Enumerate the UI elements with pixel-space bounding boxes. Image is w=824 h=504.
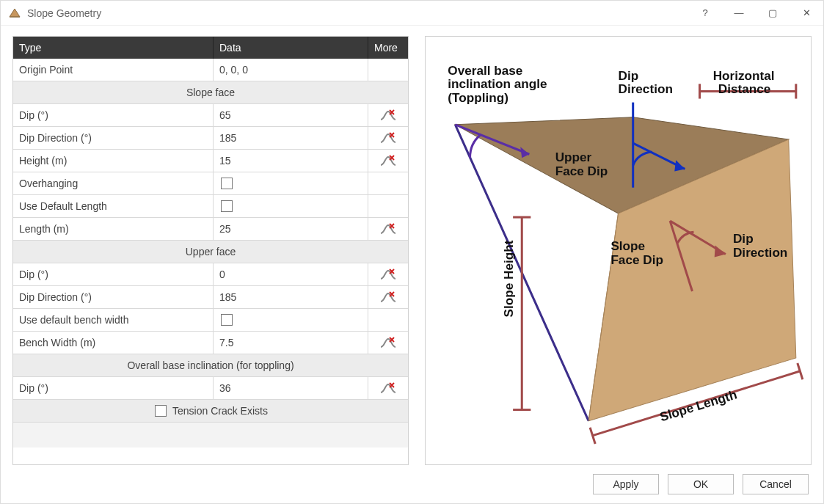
sf-dipdir-label: Dip Direction (°): [13, 127, 214, 149]
section-upper-face: Upper face: [13, 241, 408, 263]
col-data: Data: [214, 37, 368, 59]
grid-filler: [13, 423, 408, 448]
sf-height-label: Height (m): [13, 150, 214, 172]
dialog-window: Slope Geometry ? — ▢ ✕ Type Data More Or…: [0, 0, 824, 504]
uf-dip-label: Dip (°): [13, 263, 214, 285]
sf-dipdir-dist[interactable]: [368, 127, 408, 149]
bi-dip-value[interactable]: 36: [214, 377, 368, 399]
sf-length-value[interactable]: 25: [214, 218, 368, 240]
distribution-icon: [379, 154, 397, 167]
distribution-icon: [379, 336, 397, 349]
row-uf-usedefbw: Use default bench width: [13, 309, 408, 332]
origin-label: Origin Point: [13, 59, 214, 81]
sf-usedeflen-label: Use Default Length: [13, 195, 214, 217]
bi-dip-dist[interactable]: [368, 377, 408, 399]
label-slope-height: Slope Height: [501, 240, 516, 317]
label-hdist: Horizontal Distance: [713, 68, 779, 96]
row-sf-height: Height (m) 15: [13, 150, 408, 172]
sf-overhanging-label: Overhanging: [13, 172, 214, 194]
uf-benchwidth-label: Bench Width (m): [13, 332, 214, 354]
slope-diagram: Overall base inclination angle (Toppling…: [426, 37, 811, 464]
sf-overhanging-checkbox[interactable]: [221, 178, 233, 189]
origin-value[interactable]: 0, 0, 0: [214, 59, 368, 81]
help-button[interactable]: ?: [688, 1, 722, 26]
distribution-icon: [379, 109, 397, 122]
distribution-icon: [379, 268, 397, 281]
sf-length-dist[interactable]: [368, 218, 408, 240]
tension-crack-label: Tension Crack Exists: [172, 405, 268, 417]
section-slope-face: Slope face: [13, 81, 408, 104]
app-icon: [8, 7, 21, 20]
uf-dipdir-value[interactable]: 185: [214, 286, 368, 308]
label-dipdir-top: Dip Direction: [619, 68, 673, 96]
button-bar: Apply OK Cancel: [1, 465, 823, 503]
uf-usedefbw-checkbox[interactable]: [221, 314, 233, 326]
apply-button[interactable]: Apply: [593, 474, 659, 494]
sf-dip-label: Dip (°): [13, 104, 214, 126]
row-uf-dipdir: Dip Direction (°) 185: [13, 286, 408, 309]
row-sf-overhanging: Overhanging: [13, 172, 408, 195]
sf-dipdir-value[interactable]: 185: [214, 127, 368, 149]
sf-dip-dist[interactable]: [368, 104, 408, 126]
distribution-icon: [379, 222, 397, 235]
close-button[interactable]: ✕: [790, 1, 823, 26]
sf-usedeflen-checkbox[interactable]: [221, 200, 233, 212]
ok-button[interactable]: OK: [668, 474, 734, 494]
sf-height-dist[interactable]: [368, 150, 408, 172]
minimize-button[interactable]: —: [722, 1, 756, 26]
row-uf-benchwidth: Bench Width (m) 7.5: [13, 332, 408, 354]
titlebar: Slope Geometry ? — ▢ ✕: [1, 1, 823, 26]
window-title: Slope Geometry: [27, 7, 101, 19]
uf-dipdir-dist[interactable]: [368, 286, 408, 308]
parameter-grid: Type Data More Origin Point 0, 0, 0 Slop…: [12, 36, 409, 465]
row-sf-dipdir: Dip Direction (°) 185: [13, 127, 408, 150]
tension-crack-checkbox[interactable]: [155, 405, 167, 417]
uf-dip-value[interactable]: 0: [214, 263, 368, 285]
sf-height-value[interactable]: 15: [214, 150, 368, 172]
grid-body: Origin Point 0, 0, 0 Slope face Dip (°) …: [13, 59, 408, 464]
row-sf-length: Length (m) 25: [13, 218, 408, 241]
row-sf-dip: Dip (°) 65: [13, 104, 408, 127]
row-uf-dip: Dip (°) 0: [13, 263, 408, 286]
distribution-icon: [379, 381, 397, 395]
sf-dip-value[interactable]: 65: [214, 104, 368, 126]
distribution-icon: [379, 131, 397, 145]
row-sf-usedeflen: Use Default Length: [13, 195, 408, 218]
col-type: Type: [13, 37, 214, 59]
maximize-button[interactable]: ▢: [756, 1, 790, 26]
grid-header: Type Data More: [13, 37, 408, 59]
uf-benchwidth-dist[interactable]: [368, 332, 408, 354]
content-area: Type Data More Origin Point 0, 0, 0 Slop…: [1, 26, 823, 465]
distribution-icon: [379, 291, 397, 304]
cancel-button[interactable]: Cancel: [743, 474, 809, 494]
row-origin: Origin Point 0, 0, 0: [13, 59, 408, 81]
row-bi-dip: Dip (°) 36: [13, 377, 408, 400]
col-more: More: [368, 37, 408, 59]
bi-dip-label: Dip (°): [13, 377, 214, 399]
section-base-incl: Overall base inclination (for toppling): [13, 354, 408, 377]
row-tension-crack: Tension Crack Exists: [13, 400, 408, 423]
uf-benchwidth-value[interactable]: 7.5: [214, 332, 368, 354]
label-toppling: Overall base inclination angle (Toppling…: [448, 63, 550, 104]
sf-length-label: Length (m): [13, 218, 214, 240]
diagram-panel: Overall base inclination angle (Toppling…: [425, 36, 812, 465]
svg-marker-0: [10, 9, 20, 17]
uf-usedefbw-label: Use default bench width: [13, 309, 214, 331]
uf-dip-dist[interactable]: [368, 263, 408, 285]
uf-dipdir-label: Dip Direction (°): [13, 286, 214, 308]
